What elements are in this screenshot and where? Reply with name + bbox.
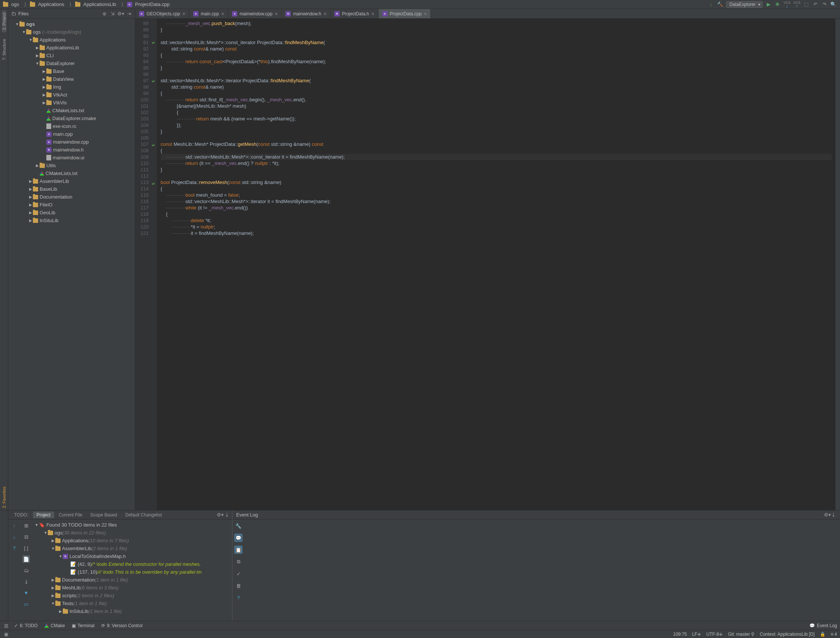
editor-tab[interactable]: hProjectData.h× (331, 9, 379, 18)
breadcrumb-item[interactable]: ApplicationsLib (74, 2, 119, 7)
breadcrumb-item[interactable]: Applications (28, 2, 67, 7)
expand-arrow-icon[interactable]: ▶ (42, 101, 46, 105)
tree-item[interactable]: ▶Documentation (8, 193, 135, 201)
search-icon[interactable]: 🔍 (830, 2, 836, 8)
expand-arrow-icon[interactable]: ▶ (28, 203, 33, 207)
tree-item[interactable]: ▶Base (8, 67, 135, 75)
tree-item[interactable]: ▶ApplicationsLib (8, 44, 135, 52)
expand-arrow-icon[interactable]: ▶ (28, 218, 33, 223)
status-todo[interactable]: ✓ 6: TODO (14, 623, 38, 628)
panel-tab[interactable]: Default Changelist (122, 511, 166, 518)
panel-tab[interactable]: Project (33, 511, 54, 518)
expand-arrow-icon[interactable]: ▶ (35, 46, 39, 50)
tree-item[interactable]: ▶BaseLib (8, 185, 135, 193)
vcs-down-icon[interactable]: ↓ (708, 2, 714, 8)
close-icon[interactable]: × (182, 11, 185, 17)
tool-structure[interactable]: 7: Structure (2, 36, 6, 62)
redo-icon[interactable]: ↷ (821, 2, 827, 8)
toolbar-icon[interactable]: ⬚ (804, 2, 809, 8)
expand-arrow-icon[interactable]: ▼ (15, 22, 19, 26)
status-terminal[interactable]: ▣ Terminal (72, 623, 95, 628)
collapse-icon[interactable]: ⇲ (109, 11, 115, 17)
mark-read-icon[interactable]: ✓ (234, 570, 243, 578)
collapse-icon[interactable]: ⊟ (22, 533, 30, 540)
expand-arrow-icon[interactable]: ▶ (28, 187, 33, 191)
todo-item[interactable]: ▼Tests (1 item in 1 file) (32, 600, 232, 607)
breadcrumb[interactable]: ogs⟩Applications⟩ApplicationsLib⟩cProjec… (2, 2, 708, 7)
help-icon[interactable]: ? (11, 544, 18, 552)
tree-item[interactable]: ▶Img (8, 83, 135, 91)
breadcrumb-item[interactable]: ogs (2, 2, 22, 7)
tree-item[interactable]: ▶InSituLib (8, 217, 135, 225)
gear-icon[interactable]: ⚙▾ (217, 512, 223, 518)
todo-item[interactable]: ▶scripts (2 items in 2 files) (32, 592, 232, 600)
help-icon[interactable]: ? (234, 594, 243, 602)
close-icon[interactable]: × (371, 11, 374, 17)
tree-item[interactable]: ▼ogs(~/code/ogs6/ogs) (8, 28, 135, 36)
encoding[interactable]: UTF-8≑ (706, 632, 723, 637)
expand-arrow-icon[interactable]: ▼ (22, 30, 26, 34)
expand-arrow-icon[interactable]: ▶ (28, 179, 33, 183)
panel-tab[interactable]: TODO: (11, 511, 32, 518)
run-button[interactable]: ▶ (766, 2, 772, 8)
expand-arrow-icon[interactable]: ▶ (42, 93, 46, 97)
tree-item[interactable]: cmain.cpp (8, 130, 135, 138)
tree-item[interactable]: ▶VtkAct (8, 91, 135, 99)
expand-arrow-icon[interactable]: ▼ (35, 61, 39, 65)
tree-item[interactable]: CMakeLists.txt (8, 106, 135, 114)
context[interactable]: Context: ApplicationsLib [D] (759, 632, 815, 637)
vcs-commit-icon[interactable]: ↑ (794, 4, 800, 8)
todo-tree[interactable]: ▼ 🔖 Found 30 TODO items in 22 files▼ogs … (32, 519, 232, 621)
run-config-combo[interactable]: DataExplorer (726, 1, 763, 8)
status-corner-icon[interactable]: ▣ (3, 631, 9, 637)
project-tree[interactable]: ▼ogs▼ogs(~/code/ogs6/ogs)▼Applications▶A… (8, 19, 135, 510)
tree-item[interactable]: ▼DataExplorer (8, 59, 135, 67)
preview-icon[interactable]: ▭ (22, 600, 30, 608)
tree-item[interactable]: ▶VtkVis (8, 99, 135, 106)
expand-arrow-icon[interactable]: ▶ (42, 85, 46, 89)
tree-item[interactable]: ▼Applications (8, 36, 135, 44)
todo-item[interactable]: ▶Documentation (1 item in 1 file) (32, 576, 232, 584)
tree-item[interactable]: DataExplorer.cmake (8, 114, 135, 122)
export-icon[interactable]: ⤓ (22, 578, 30, 585)
expand-arrow-icon[interactable]: ▶ (35, 163, 39, 168)
tool-favorites[interactable]: 2: Favorites (2, 484, 6, 510)
group-icon[interactable]: 🗂 (22, 567, 30, 574)
todo-item[interactable]: ▶Applications (10 items in 7 files) (32, 537, 232, 545)
panel-tab[interactable]: Scope Based (87, 511, 121, 518)
expand-arrow-icon[interactable]: ▶ (28, 195, 33, 199)
close-icon[interactable]: × (424, 11, 427, 17)
panel-toggle-icon[interactable]: ▥ (3, 623, 9, 629)
editor-tab[interactable]: cmainwindow.cpp× (228, 9, 282, 18)
arrow-down-icon[interactable]: ↓ (11, 533, 18, 540)
tree-item[interactable]: cmainwindow.cpp (8, 138, 135, 146)
locate-icon[interactable]: ⊕ (101, 11, 107, 17)
tree-item[interactable]: ▶AssemblerLib (8, 177, 135, 185)
tree-item[interactable]: ▼ogs (8, 20, 135, 28)
balloon-icon[interactable]: 💬 (234, 534, 243, 542)
lock-icon[interactable]: 🔒 (820, 632, 826, 637)
line-ending[interactable]: LF≑ (692, 632, 701, 637)
gear-icon[interactable]: ⚙▾ (118, 11, 124, 17)
expand-arrow-icon[interactable]: ▶ (42, 77, 46, 81)
tree-item[interactable]: mainwindow.ui (8, 154, 135, 161)
todo-item[interactable]: 📝(137, 10) /// \todo This is to be overr… (32, 568, 232, 576)
close-icon[interactable]: × (221, 11, 224, 17)
expand-arrow-icon[interactable]: ▶ (42, 69, 46, 73)
settings-icon[interactable]: 🔧 (234, 522, 243, 530)
status-eventlog[interactable]: 💬 Event Log (809, 623, 837, 628)
todo-item[interactable]: ▶MeshLib (6 items in 3 files) (32, 584, 232, 592)
tree-item[interactable]: ▶FileIO (8, 201, 135, 209)
hammer-icon[interactable]: 🔨 (717, 2, 723, 8)
editor-tab[interactable]: hmainwindow.h× (282, 9, 331, 18)
problems[interactable]: ≡ 4 (831, 632, 837, 637)
tree-item[interactable]: CMakeLists.txt (8, 169, 135, 177)
tree-item[interactable]: ▶GeoLib (8, 209, 135, 217)
gear-icon[interactable]: ⤓ (224, 512, 230, 518)
close-icon[interactable]: × (324, 11, 327, 17)
todo-item[interactable]: 📝(42, 9) /* \todo Extend the constructor… (32, 560, 232, 568)
expand-icon[interactable]: ⊞ (22, 522, 30, 529)
log-icon[interactable]: 📋 (234, 546, 243, 554)
close-icon[interactable]: × (275, 11, 278, 17)
trash-icon[interactable]: 🗑 (234, 581, 243, 590)
